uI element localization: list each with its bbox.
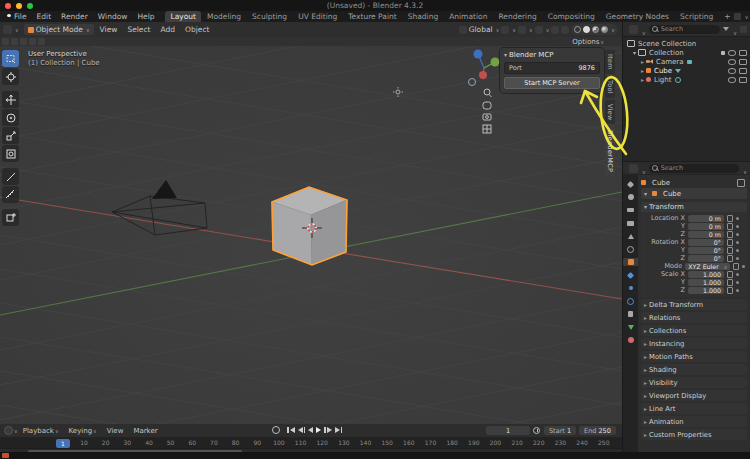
workspace-tab[interactable]: Shading	[403, 11, 443, 22]
auto-key-button[interactable]	[272, 426, 280, 434]
hide-eye-icon[interactable]	[728, 68, 736, 74]
value-field[interactable]: XYZ Euler	[685, 263, 730, 270]
hide-eye-icon[interactable]	[728, 50, 736, 56]
tab-particles[interactable]	[625, 284, 636, 292]
lock-icon[interactable]	[727, 247, 733, 254]
value-field[interactable]: 1.000	[688, 279, 724, 286]
section-header[interactable]: Delta Transform	[641, 299, 747, 310]
outliner-row-scene-collection[interactable]: Scene Collection	[623, 39, 750, 48]
workspace-tab[interactable]: Sculpting	[247, 11, 292, 22]
workspace-tab[interactable]: Rendering	[493, 11, 541, 22]
lock-icon[interactable]	[727, 231, 733, 238]
measure-tool[interactable]	[2, 186, 19, 203]
menu-select[interactable]: Select	[123, 25, 154, 34]
animate-dot-icon[interactable]	[736, 281, 739, 284]
properties-search-input[interactable]: Search	[649, 164, 740, 173]
play-button[interactable]	[316, 427, 321, 433]
snap-magnet-icon[interactable]	[518, 26, 526, 34]
section-header[interactable]: Viewport Display	[641, 390, 747, 401]
frame-end-field[interactable]: End250	[579, 426, 616, 435]
options-dropdown[interactable]: Options	[572, 38, 604, 46]
section-header[interactable]: Collections	[641, 325, 747, 336]
menu-add[interactable]: Add	[157, 25, 180, 34]
lock-icon[interactable]	[727, 239, 733, 246]
value-field[interactable]: 0°	[688, 247, 724, 254]
menu-view[interactable]: View	[102, 427, 129, 435]
animate-dot-icon[interactable]	[736, 217, 739, 220]
animate-dot-icon[interactable]	[736, 249, 739, 252]
menu-help[interactable]: Help	[132, 12, 159, 21]
editor-type-dropdown-icon[interactable]	[14, 25, 19, 34]
lock-icon[interactable]	[733, 263, 739, 270]
section-header[interactable]: Animation	[641, 416, 747, 427]
menu-playback[interactable]: Playback	[18, 427, 64, 435]
outliner-row-light[interactable]: Light	[623, 75, 750, 84]
menu-keying[interactable]: Keying	[64, 427, 102, 435]
value-field[interactable]: 0 m	[688, 223, 724, 230]
frame-start-field[interactable]: Start1	[544, 426, 576, 435]
lock-icon[interactable]	[727, 255, 733, 262]
lock-icon[interactable]	[727, 279, 733, 286]
show-overlays-icon[interactable]	[561, 26, 569, 34]
timeline-editor-icon[interactable]	[4, 426, 13, 435]
proportional-editing-icon[interactable]	[535, 26, 543, 34]
sidebar-tab[interactable]: Item	[605, 50, 615, 74]
jump-to-start-button[interactable]	[287, 427, 295, 433]
section-header[interactable]: Visibility	[641, 377, 747, 388]
play-reverse-button[interactable]	[308, 427, 313, 433]
rotate-tool[interactable]	[2, 109, 19, 126]
tab-render[interactable]	[625, 193, 636, 201]
lock-icon[interactable]	[727, 215, 733, 222]
menu-edit[interactable]: Edit	[32, 12, 57, 21]
animate-dot-icon[interactable]	[736, 257, 739, 260]
transform-orientation-dropdown[interactable]: Global	[459, 25, 500, 34]
tool-option-icon[interactable]	[11, 38, 18, 45]
render-visibility-icon[interactable]	[739, 68, 747, 74]
render-visibility-icon[interactable]	[739, 50, 747, 56]
current-frame-field[interactable]: 1	[486, 426, 530, 435]
lock-icon[interactable]	[727, 223, 733, 230]
sidebar-tab[interactable]: Tool	[605, 76, 615, 98]
start-mcp-server-button[interactable]: Start MCP Server	[504, 77, 600, 89]
workspace-tab[interactable]: Modeling	[202, 11, 246, 22]
next-keyframe-button[interactable]	[324, 427, 332, 433]
preview-range-clock-icon[interactable]	[533, 427, 540, 434]
tab-modifiers[interactable]	[625, 271, 636, 279]
tool-option-icon[interactable]	[38, 38, 45, 45]
value-field[interactable]: 0°	[688, 239, 724, 246]
value-field[interactable]: 0 m	[688, 215, 724, 222]
menu-file[interactable]: File	[9, 12, 32, 21]
menu-object[interactable]: Object	[181, 25, 213, 34]
section-header[interactable]: Relations	[641, 312, 747, 323]
tab-view-layer[interactable]	[625, 219, 636, 227]
outliner-editor-icon[interactable]	[629, 25, 638, 34]
value-field[interactable]: 1.000	[688, 271, 724, 278]
section-header[interactable]: Custom Properties	[641, 429, 747, 440]
section-header[interactable]: Instancing	[641, 338, 747, 349]
section-header[interactable]: Shading	[641, 364, 747, 375]
add-cube-tool[interactable]	[2, 209, 19, 226]
workspace-tab[interactable]: Layout	[165, 11, 201, 22]
breadcrumb-object[interactable]: Cube	[652, 179, 670, 187]
object-mode-dropdown[interactable]: Object Mode	[24, 24, 94, 35]
object-name-box[interactable]: Cube	[641, 188, 747, 199]
rendered-shading-icon[interactable]	[601, 26, 608, 33]
workspace-tab[interactable]: Animation	[444, 11, 492, 22]
workspace-tab[interactable]: UV Editing	[293, 11, 342, 22]
animate-dot-icon[interactable]	[736, 233, 739, 236]
animate-dot-icon[interactable]	[742, 265, 745, 268]
menu-marker[interactable]: Marker	[128, 427, 162, 435]
value-field[interactable]: 0 m	[688, 231, 724, 238]
playhead[interactable]: 1	[56, 439, 70, 448]
animate-dot-icon[interactable]	[736, 225, 739, 228]
tool-option-icon[interactable]	[2, 38, 9, 45]
tab-scene[interactable]	[625, 232, 636, 240]
animate-dot-icon[interactable]	[736, 289, 739, 292]
lock-icon[interactable]	[727, 271, 733, 278]
scale-tool[interactable]	[2, 127, 19, 144]
material-preview-icon[interactable]	[592, 26, 599, 33]
workspace-tab[interactable]: Geometry Nodes	[601, 11, 674, 22]
editor-type-icon[interactable]	[3, 25, 12, 34]
lock-icon[interactable]	[727, 287, 733, 294]
sidebar-tab[interactable]: View	[605, 100, 615, 125]
